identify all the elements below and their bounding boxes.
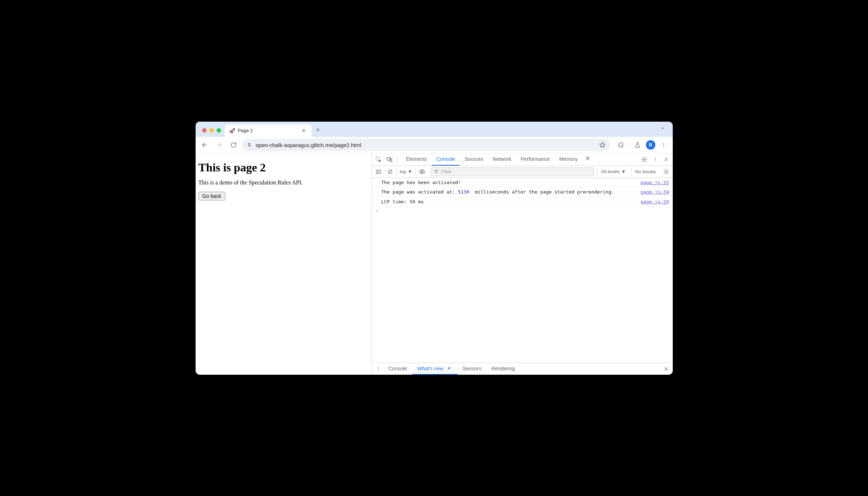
content-area: This is page 2 This is a demo of the Spe…: [196, 154, 673, 375]
svg-point-9: [655, 158, 655, 158]
chevron-down-icon: [660, 126, 665, 131]
svg-point-3: [663, 145, 664, 145]
page-content: This is page 2 This is a demo of the Spe…: [196, 154, 372, 375]
tab-memory[interactable]: Memory: [554, 153, 582, 166]
levels-label: All levels: [601, 169, 620, 174]
console-toolbar: top ▼ Filter All levels ▼ No Issues: [372, 166, 673, 178]
svg-point-16: [421, 171, 423, 172]
extensions-button[interactable]: [614, 139, 627, 151]
clear-console-button[interactable]: [385, 167, 395, 177]
svg-point-4: [663, 146, 664, 147]
gear-icon: [663, 169, 669, 175]
drawer-tab-console[interactable]: Console: [384, 363, 412, 375]
devtools-settings-button[interactable]: [639, 154, 650, 164]
go-back-button[interactable]: Go back: [198, 192, 225, 200]
drawer-tab-sensors[interactable]: Sensors: [458, 363, 486, 375]
clear-icon: [387, 169, 393, 175]
omnibox[interactable]: open-chalk-asparagus.glitch.me/page2.htm…: [242, 139, 610, 151]
eye-icon: [419, 168, 425, 175]
tab-sources[interactable]: Sources: [460, 153, 488, 166]
tab-close-button[interactable]: ✕: [300, 127, 307, 134]
close-window-button[interactable]: [202, 128, 206, 133]
minimize-window-button[interactable]: [209, 128, 214, 133]
close-icon: [664, 366, 669, 371]
issues-label[interactable]: No Issues: [631, 168, 660, 176]
kebab-icon: [661, 142, 667, 148]
profile-button[interactable]: B: [644, 139, 657, 151]
divider: [397, 156, 397, 163]
url-text[interactable]: open-chalk-asparagus.glitch.me/page2.htm…: [256, 142, 595, 148]
arrow-right-icon: [216, 142, 222, 148]
tab-favicon: 🚀: [229, 128, 235, 134]
drawer-close-button[interactable]: [661, 364, 671, 374]
filter-icon: [434, 169, 439, 174]
puzzle-icon: [617, 142, 624, 148]
console-output: The page has been activated! page.js:33 …: [372, 178, 673, 363]
live-expression-button[interactable]: [417, 167, 427, 177]
flask-icon: [634, 142, 641, 148]
browser-tab[interactable]: 🚀 Page 2 ✕: [225, 125, 312, 137]
drawer-tab-whatsnew[interactable]: What's new ✕: [412, 363, 458, 375]
menu-button[interactable]: [658, 139, 670, 151]
tab-console[interactable]: Console: [432, 153, 460, 166]
console-message: The page has been activated! page.js:33: [372, 178, 673, 188]
drawer-tab-close-button[interactable]: ✕: [446, 366, 453, 371]
devtools-tabbar: Elements Console Sources Network Perform…: [372, 154, 673, 166]
device-icon: [386, 156, 393, 163]
back-button[interactable]: [198, 139, 211, 151]
devtools-tabs: Elements Console Sources Network Perform…: [401, 153, 639, 166]
inspect-button[interactable]: [373, 154, 384, 164]
chevrons-right-icon: [585, 155, 590, 161]
svg-rect-12: [376, 170, 381, 173]
page-paragraph: This is a demo of the Speculation Rules …: [198, 179, 369, 186]
dropdown-arrow-icon: ▼: [408, 169, 413, 174]
kebab-icon: [653, 157, 658, 162]
bookmark-star-icon[interactable]: [599, 142, 606, 148]
drawer-tab-rendering[interactable]: Rendering: [486, 363, 520, 375]
tab-strip: 🚀 Page 2 ✕ +: [196, 122, 673, 137]
tab-network[interactable]: Network: [488, 153, 516, 166]
console-settings-button[interactable]: [661, 167, 671, 177]
tab-performance[interactable]: Performance: [516, 153, 554, 166]
svg-point-18: [378, 367, 378, 367]
reload-button[interactable]: [228, 139, 240, 151]
source-link[interactable]: page.js:33: [637, 179, 669, 186]
console-prompt[interactable]: ›: [372, 207, 673, 215]
devtools-menu-button[interactable]: [650, 154, 660, 164]
labs-button[interactable]: [631, 139, 644, 151]
log-levels-selector[interactable]: All levels ▼: [597, 168, 630, 176]
drawer-menu-button[interactable]: [373, 364, 384, 374]
sidebar-toggle-button[interactable]: [373, 167, 384, 177]
svg-point-8: [643, 159, 645, 160]
dropdown-arrow-icon: ▼: [621, 169, 626, 174]
svg-line-15: [389, 170, 391, 173]
svg-point-2: [663, 143, 664, 143]
tab-elements[interactable]: Elements: [401, 153, 432, 166]
toolbar-divider: [629, 141, 629, 149]
forward-button[interactable]: [213, 139, 225, 151]
toolbar: open-chalk-asparagus.glitch.me/page2.htm…: [196, 137, 673, 154]
devtools-panel: Elements Console Sources Network Perform…: [372, 154, 673, 375]
maximize-window-button[interactable]: [217, 128, 221, 133]
tab-title: Page 2: [238, 128, 297, 133]
svg-point-10: [655, 159, 655, 160]
new-tab-button[interactable]: +: [312, 123, 324, 137]
page-heading: This is page 2: [198, 161, 369, 174]
more-tabs-button[interactable]: [582, 153, 593, 163]
site-settings-icon[interactable]: [246, 142, 252, 148]
devtools-close-button[interactable]: [661, 154, 671, 164]
tabs-dropdown-button[interactable]: [658, 123, 668, 133]
traffic-lights: [198, 128, 225, 137]
device-toggle-button[interactable]: [384, 154, 394, 164]
close-icon: [664, 157, 669, 162]
gear-icon: [641, 156, 647, 163]
source-link[interactable]: page.js:34: [637, 188, 669, 196]
arrow-left-icon: [201, 142, 208, 148]
console-message: LCP time: 50 ms page.js:20: [372, 197, 673, 207]
filter-input[interactable]: Filter: [431, 167, 593, 176]
reload-icon: [230, 142, 237, 148]
source-link[interactable]: page.js:20: [637, 198, 669, 206]
svg-point-11: [655, 160, 655, 161]
context-label: top: [400, 169, 406, 174]
context-selector[interactable]: top ▼: [397, 168, 416, 176]
